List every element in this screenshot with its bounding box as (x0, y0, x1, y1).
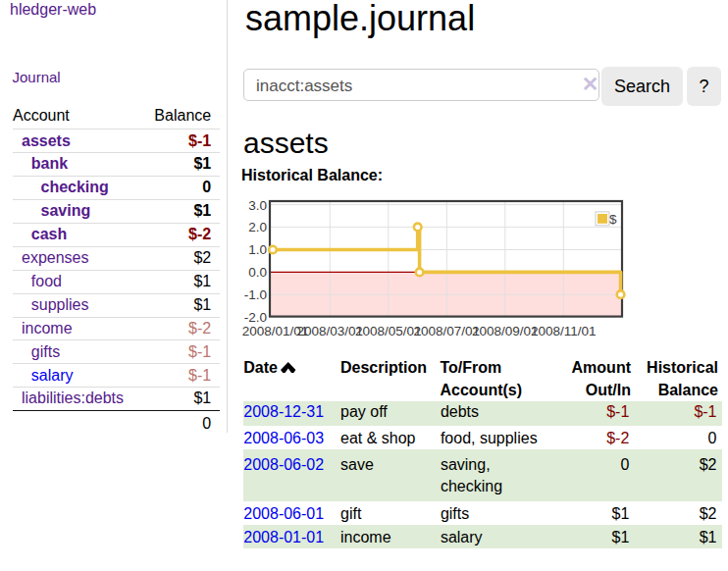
svg-text:2008/03/01: 2008/03/01 (297, 324, 364, 338)
svg-text:2008/07/01: 2008/07/01 (414, 324, 481, 338)
svg-text:2008/09/01: 2008/09/01 (472, 324, 539, 338)
svg-text:-2.0: -2.0 (244, 310, 267, 325)
svg-text:2.0: 2.0 (248, 220, 267, 234)
svg-text:$: $ (609, 212, 617, 227)
svg-text:2008/11/01: 2008/11/01 (531, 324, 597, 338)
svg-text:-1.0: -1.0 (244, 287, 267, 302)
svg-text:2008/05/01: 2008/05/01 (355, 324, 422, 338)
svg-text:1.0: 1.0 (248, 242, 267, 257)
svg-text:0.0: 0.0 (248, 265, 267, 280)
svg-text:3.0: 3.0 (248, 198, 267, 213)
